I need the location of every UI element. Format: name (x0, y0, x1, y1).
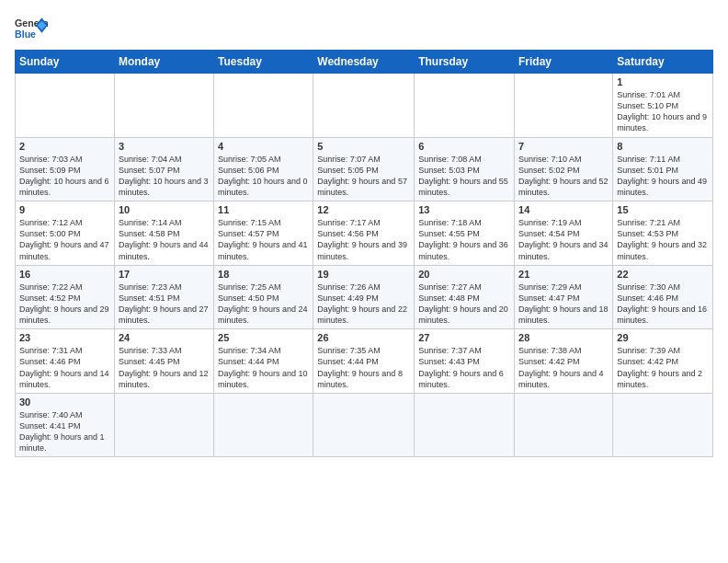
calendar-cell: 15Sunrise: 7:21 AM Sunset: 4:53 PM Dayli… (613, 201, 713, 266)
calendar-cell: 16Sunrise: 7:22 AM Sunset: 4:52 PM Dayli… (16, 265, 115, 329)
day-number: 8 (617, 141, 709, 152)
calendar-cell: 10Sunrise: 7:14 AM Sunset: 4:58 PM Dayli… (114, 201, 213, 266)
calendar-cell: 11Sunrise: 7:15 AM Sunset: 4:57 PM Dayli… (214, 201, 313, 266)
day-info: Sunrise: 7:12 AM Sunset: 5:00 PM Dayligh… (19, 217, 110, 262)
calendar-cell (114, 393, 213, 457)
calendar-cell (214, 393, 313, 457)
day-info: Sunrise: 7:31 AM Sunset: 4:46 PM Dayligh… (19, 345, 110, 390)
weekday-sunday: Sunday (16, 51, 115, 74)
calendar-cell (515, 74, 613, 138)
calendar-cell: 18Sunrise: 7:25 AM Sunset: 4:50 PM Dayli… (214, 265, 313, 329)
week-row-5: 23Sunrise: 7:31 AM Sunset: 4:46 PM Dayli… (16, 329, 713, 394)
calendar-cell: 8Sunrise: 7:11 AM Sunset: 5:01 PM Daylig… (613, 137, 713, 201)
weekday-wednesday: Wednesday (313, 51, 415, 74)
calendar-cell: 1Sunrise: 7:01 AM Sunset: 5:10 PM Daylig… (613, 74, 713, 138)
day-number: 25 (218, 332, 309, 343)
day-info: Sunrise: 7:29 AM Sunset: 4:47 PM Dayligh… (518, 282, 609, 327)
day-info: Sunrise: 7:30 AM Sunset: 4:46 PM Dayligh… (617, 282, 709, 327)
day-info: Sunrise: 7:14 AM Sunset: 4:58 PM Dayligh… (119, 217, 210, 262)
calendar-cell: 21Sunrise: 7:29 AM Sunset: 4:47 PM Dayli… (515, 265, 613, 329)
generalblue-logo-icon: General Blue (15, 15, 48, 40)
calendar-cell: 20Sunrise: 7:27 AM Sunset: 4:48 PM Dayli… (415, 265, 515, 329)
logo: General Blue (15, 15, 48, 40)
calendar-cell: 28Sunrise: 7:38 AM Sunset: 4:42 PM Dayli… (515, 329, 613, 394)
calendar-cell: 24Sunrise: 7:33 AM Sunset: 4:45 PM Dayli… (114, 329, 213, 394)
weekday-header-row: SundayMondayTuesdayWednesdayThursdayFrid… (16, 51, 713, 74)
day-info: Sunrise: 7:40 AM Sunset: 4:41 PM Dayligh… (19, 409, 110, 454)
calendar-cell: 9Sunrise: 7:12 AM Sunset: 5:00 PM Daylig… (16, 201, 115, 266)
calendar-cell (415, 74, 515, 138)
day-info: Sunrise: 7:27 AM Sunset: 4:48 PM Dayligh… (418, 282, 510, 327)
calendar-cell (515, 393, 613, 457)
day-number: 6 (418, 141, 510, 152)
calendar-cell: 19Sunrise: 7:26 AM Sunset: 4:49 PM Dayli… (313, 265, 415, 329)
weekday-saturday: Saturday (613, 51, 713, 74)
calendar-cell (613, 393, 713, 457)
day-number: 2 (19, 141, 110, 152)
day-info: Sunrise: 7:17 AM Sunset: 4:56 PM Dayligh… (317, 217, 410, 262)
day-number: 20 (418, 269, 510, 280)
calendar-cell: 3Sunrise: 7:04 AM Sunset: 5:07 PM Daylig… (114, 137, 213, 201)
day-number: 30 (19, 396, 110, 408)
calendar-cell: 29Sunrise: 7:39 AM Sunset: 4:42 PM Dayli… (613, 329, 713, 394)
day-info: Sunrise: 7:34 AM Sunset: 4:44 PM Dayligh… (218, 345, 309, 390)
weekday-thursday: Thursday (415, 51, 515, 74)
day-number: 13 (418, 204, 510, 215)
day-number: 19 (317, 269, 410, 280)
day-number: 9 (19, 204, 110, 215)
week-row-6: 30Sunrise: 7:40 AM Sunset: 4:41 PM Dayli… (16, 393, 713, 457)
day-number: 18 (218, 269, 309, 280)
weekday-tuesday: Tuesday (214, 51, 313, 74)
calendar-cell (114, 74, 213, 138)
calendar-cell (313, 393, 415, 457)
day-number: 7 (518, 141, 609, 152)
day-info: Sunrise: 7:26 AM Sunset: 4:49 PM Dayligh… (317, 282, 410, 327)
day-info: Sunrise: 7:39 AM Sunset: 4:42 PM Dayligh… (617, 345, 709, 390)
day-info: Sunrise: 7:35 AM Sunset: 4:44 PM Dayligh… (317, 345, 410, 390)
day-number: 11 (218, 204, 309, 215)
calendar-cell: 6Sunrise: 7:08 AM Sunset: 5:03 PM Daylig… (415, 137, 515, 201)
day-number: 16 (19, 269, 110, 280)
day-info: Sunrise: 7:23 AM Sunset: 4:51 PM Dayligh… (119, 282, 210, 327)
day-number: 26 (317, 332, 410, 343)
calendar-cell: 14Sunrise: 7:19 AM Sunset: 4:54 PM Dayli… (515, 201, 613, 266)
calendar: SundayMondayTuesdayWednesdayThursdayFrid… (15, 50, 713, 457)
calendar-cell: 30Sunrise: 7:40 AM Sunset: 4:41 PM Dayli… (16, 393, 115, 457)
weekday-friday: Friday (515, 51, 613, 74)
day-info: Sunrise: 7:05 AM Sunset: 5:06 PM Dayligh… (218, 154, 309, 199)
day-number: 22 (617, 269, 709, 280)
day-info: Sunrise: 7:25 AM Sunset: 4:50 PM Dayligh… (218, 282, 309, 327)
day-number: 14 (518, 204, 609, 215)
calendar-cell: 12Sunrise: 7:17 AM Sunset: 4:56 PM Dayli… (313, 201, 415, 266)
day-info: Sunrise: 7:11 AM Sunset: 5:01 PM Dayligh… (617, 154, 709, 199)
day-info: Sunrise: 7:04 AM Sunset: 5:07 PM Dayligh… (119, 154, 210, 199)
calendar-cell: 7Sunrise: 7:10 AM Sunset: 5:02 PM Daylig… (515, 137, 613, 201)
header: General Blue (15, 15, 713, 40)
day-info: Sunrise: 7:10 AM Sunset: 5:02 PM Dayligh… (518, 154, 609, 199)
calendar-cell: 27Sunrise: 7:37 AM Sunset: 4:43 PM Dayli… (415, 329, 515, 394)
day-info: Sunrise: 7:08 AM Sunset: 5:03 PM Dayligh… (418, 154, 510, 199)
calendar-cell (415, 393, 515, 457)
day-number: 15 (617, 204, 709, 215)
day-number: 12 (317, 204, 410, 215)
day-number: 1 (617, 76, 709, 87)
day-number: 27 (418, 332, 510, 343)
day-info: Sunrise: 7:37 AM Sunset: 4:43 PM Dayligh… (418, 345, 510, 390)
week-row-1: 1Sunrise: 7:01 AM Sunset: 5:10 PM Daylig… (16, 74, 713, 138)
day-number: 4 (218, 141, 309, 152)
day-info: Sunrise: 7:22 AM Sunset: 4:52 PM Dayligh… (19, 282, 110, 327)
weekday-monday: Monday (114, 51, 213, 74)
day-info: Sunrise: 7:21 AM Sunset: 4:53 PM Dayligh… (617, 217, 709, 262)
day-info: Sunrise: 7:33 AM Sunset: 4:45 PM Dayligh… (119, 345, 210, 390)
day-number: 24 (119, 332, 210, 343)
day-number: 23 (19, 332, 110, 343)
day-number: 29 (617, 332, 709, 343)
calendar-cell: 13Sunrise: 7:18 AM Sunset: 4:55 PM Dayli… (415, 201, 515, 266)
day-info: Sunrise: 7:03 AM Sunset: 5:09 PM Dayligh… (19, 154, 110, 199)
calendar-cell: 23Sunrise: 7:31 AM Sunset: 4:46 PM Dayli… (16, 329, 115, 394)
svg-text:Blue: Blue (15, 29, 36, 40)
week-row-4: 16Sunrise: 7:22 AM Sunset: 4:52 PM Dayli… (16, 265, 713, 329)
day-info: Sunrise: 7:19 AM Sunset: 4:54 PM Dayligh… (518, 217, 609, 262)
calendar-cell (214, 74, 313, 138)
week-row-2: 2Sunrise: 7:03 AM Sunset: 5:09 PM Daylig… (16, 137, 713, 201)
